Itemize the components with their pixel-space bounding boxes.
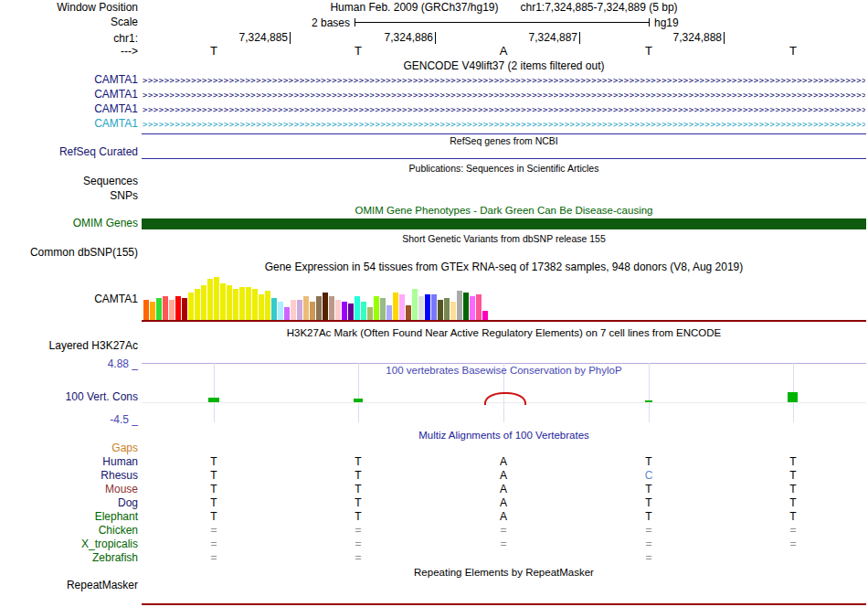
multiz-gaps-label[interactable]: Gaps bbox=[0, 442, 138, 454]
conservation-positive-bar-1 bbox=[208, 398, 219, 402]
h3k27ac-track-title[interactable]: H3K27Ac Mark (Often Found Near Active Re… bbox=[142, 327, 866, 339]
gtex-expression-bar[interactable] bbox=[220, 283, 226, 320]
phylop-track-title[interactable]: 100 vertebrates Basewise Conservation by… bbox=[142, 365, 866, 377]
gencode-transcript-intron-arrows[interactable]: >>>>>>>>>>>>>>>>>>>>>>>>>>>>>>>>>>>>>>>>… bbox=[143, 75, 865, 86]
gtex-expression-bar[interactable] bbox=[316, 296, 322, 320]
common-dbsnp-label[interactable]: Common dbSNP(155) bbox=[0, 247, 138, 259]
gtex-expression-bar[interactable] bbox=[355, 296, 360, 320]
gtex-expression-bar[interactable] bbox=[457, 291, 462, 320]
gtex-expression-bar[interactable] bbox=[284, 307, 290, 320]
gtex-expression-bar[interactable] bbox=[361, 302, 366, 320]
publications-track-title[interactable]: Publications: Sequences in Scientific Ar… bbox=[142, 163, 866, 175]
gtex-expression-bar[interactable] bbox=[323, 293, 328, 320]
dbsnp-track-title[interactable]: Short Genetic Variants from dbSNP releas… bbox=[142, 233, 866, 245]
multiz-species-label-elephant[interactable]: Elephant bbox=[0, 511, 138, 523]
gtex-expression-bar[interactable] bbox=[182, 298, 187, 320]
gtex-expression-bar[interactable] bbox=[380, 298, 386, 320]
track-separator-line bbox=[142, 133, 866, 134]
gencode-transcript-intron-arrows[interactable]: >>>>>>>>>>>>>>>>>>>>>>>>>>>>>>>>>>>>>>>>… bbox=[143, 119, 865, 130]
gencode-transcript-intron-arrows[interactable]: >>>>>>>>>>>>>>>>>>>>>>>>>>>>>>>>>>>>>>>>… bbox=[143, 104, 865, 115]
gtex-expression-bar[interactable] bbox=[412, 289, 418, 320]
gtex-expression-bar[interactable] bbox=[374, 296, 379, 320]
gtex-expression-bar[interactable] bbox=[342, 302, 347, 320]
multiz-track-title[interactable]: Multiz Alignments of 100 Vertebrates bbox=[142, 430, 866, 442]
ruler-number-3: 7,324,887 bbox=[508, 32, 577, 44]
multiz-species-label-rhesus[interactable]: Rhesus bbox=[0, 470, 138, 482]
sequences-label[interactable]: Sequences bbox=[0, 176, 138, 187]
multiz-species-label-mouse[interactable]: Mouse bbox=[0, 484, 138, 495]
gtex-expression-bar[interactable] bbox=[399, 294, 405, 320]
phylop-track-label[interactable]: 100 Vert. Cons bbox=[0, 391, 138, 403]
gtex-expression-bar[interactable] bbox=[393, 293, 398, 320]
omim-gene-bar[interactable] bbox=[142, 218, 866, 229]
multiz-species-label-chicken[interactable]: Chicken bbox=[0, 525, 138, 537]
multiz-base-elephant-5: T bbox=[784, 511, 802, 523]
gtex-expression-bar[interactable] bbox=[476, 294, 482, 320]
gtex-expression-bar[interactable] bbox=[207, 279, 213, 320]
gtex-expression-bar[interactable] bbox=[150, 302, 155, 320]
multiz-species-label-x_tropicalis[interactable]: X_tropicalis bbox=[0, 538, 138, 550]
reference-base-5: T bbox=[784, 45, 802, 57]
snps-label[interactable]: SNPs bbox=[0, 190, 138, 202]
gtex-expression-bar[interactable] bbox=[463, 293, 469, 320]
repeatmasker-label[interactable]: RepeatMasker bbox=[0, 580, 138, 591]
gtex-expression-bar[interactable] bbox=[156, 298, 162, 320]
multiz-species-label-human[interactable]: Human bbox=[0, 456, 138, 468]
gencode-transcript-label[interactable]: CAMTA1 bbox=[0, 89, 138, 101]
gtex-expression-bar[interactable] bbox=[386, 305, 392, 320]
gtex-expression-bar[interactable] bbox=[297, 300, 302, 320]
gtex-expression-bar[interactable] bbox=[259, 294, 264, 320]
gencode-transcript-label[interactable]: CAMTA1 bbox=[0, 74, 138, 86]
gtex-expression-bar[interactable] bbox=[425, 294, 430, 320]
gtex-expression-bar[interactable] bbox=[450, 302, 456, 320]
gtex-expression-bar[interactable] bbox=[482, 311, 488, 320]
gtex-expression-bar[interactable] bbox=[252, 289, 258, 320]
gtex-expression-bar[interactable] bbox=[444, 298, 450, 320]
layered-h3k27ac-label[interactable]: Layered H3K27Ac bbox=[0, 340, 138, 352]
omim-track-title[interactable]: OMIM Gene Phenotypes - Dark Green Can Be… bbox=[142, 205, 866, 217]
refseq-track-title[interactable]: RefSeq genes from NCBI bbox=[142, 135, 866, 147]
gencode-transcript-label[interactable]: CAMTA1 bbox=[0, 103, 138, 115]
refseq-curated-label[interactable]: RefSeq Curated bbox=[0, 146, 138, 158]
gtex-expression-bar[interactable] bbox=[169, 300, 175, 320]
gtex-expression-bar[interactable] bbox=[227, 285, 232, 320]
gtex-expression-bar[interactable] bbox=[431, 294, 437, 320]
gtex-expression-bar[interactable] bbox=[175, 296, 181, 320]
gtex-expression-bar[interactable] bbox=[335, 300, 341, 320]
gtex-expression-bar[interactable] bbox=[329, 296, 334, 320]
gtex-expression-bar[interactable] bbox=[278, 302, 283, 320]
gtex-expression-bar[interactable] bbox=[271, 298, 277, 320]
gencode-transcript-intron-arrows[interactable]: >>>>>>>>>>>>>>>>>>>>>>>>>>>>>>>>>>>>>>>>… bbox=[143, 90, 865, 101]
track-separator-line bbox=[142, 158, 866, 159]
gtex-expression-bar[interactable] bbox=[418, 296, 424, 320]
gtex-expression-bar[interactable] bbox=[303, 296, 309, 320]
gtex-expression-bar[interactable] bbox=[163, 296, 168, 320]
gtex-track-title[interactable]: Gene Expression in 54 tissues from GTEx … bbox=[142, 261, 866, 273]
gtex-expression-bar[interactable] bbox=[201, 285, 206, 320]
gtex-expression-bar[interactable] bbox=[233, 289, 238, 320]
gtex-expression-bar[interactable] bbox=[406, 305, 411, 320]
multiz-species-label-dog[interactable]: Dog bbox=[0, 497, 138, 509]
gtex-expression-bar[interactable] bbox=[188, 293, 194, 320]
gtex-expression-bar[interactable] bbox=[265, 291, 270, 320]
multiz-base-x_tropicalis-2: = bbox=[349, 538, 367, 550]
gtex-expression-bar[interactable] bbox=[195, 289, 200, 320]
repeatmasker-track-title[interactable]: Repeating Elements by RepeatMasker bbox=[142, 567, 866, 579]
gencode-track-title[interactable]: GENCODE V49lift37 (2 items filtered out) bbox=[142, 60, 866, 72]
gtex-expression-bar[interactable] bbox=[239, 287, 245, 320]
multiz-species-label-zebrafish[interactable]: Zebrafish bbox=[0, 552, 138, 564]
ruler-tick-2 bbox=[435, 32, 436, 44]
gtex-expression-bar[interactable] bbox=[470, 296, 475, 320]
gtex-expression-bar[interactable] bbox=[246, 287, 251, 320]
gtex-expression-bar[interactable] bbox=[310, 302, 315, 320]
omim-genes-label[interactable]: OMIM Genes bbox=[0, 218, 138, 229]
gtex-expression-bar[interactable] bbox=[367, 307, 373, 320]
gtex-expression-bar[interactable] bbox=[438, 300, 443, 320]
gtex-expression-bar[interactable] bbox=[214, 277, 219, 320]
gencode-transcript-label[interactable]: CAMTA1 bbox=[0, 118, 138, 130]
gtex-expression-bar[interactable] bbox=[143, 300, 149, 320]
gtex-expression-bar[interactable] bbox=[291, 300, 296, 320]
scale-bar bbox=[355, 18, 650, 27]
gtex-gene-label[interactable]: CAMTA1 bbox=[0, 293, 138, 305]
gtex-expression-bar[interactable] bbox=[348, 304, 354, 320]
